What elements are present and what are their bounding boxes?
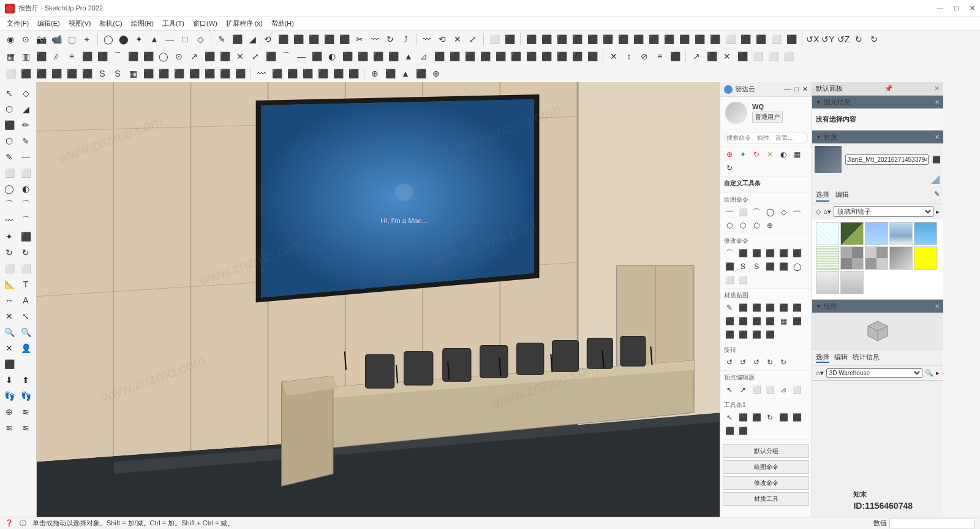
toolbar-button[interactable]: ↻ xyxy=(867,32,881,46)
toolbar-button[interactable]: ⬛ xyxy=(307,32,320,46)
menu-item[interactable]: 文件(F) xyxy=(4,18,32,29)
plugin-tool-icon[interactable]: ◇ xyxy=(778,207,789,218)
material-name-input[interactable] xyxy=(845,154,929,165)
toolbar-button[interactable]: ◉ xyxy=(4,32,17,46)
toolbar-button[interactable]: S xyxy=(96,67,109,80)
toolbar-button[interactable]: ⬛ xyxy=(555,50,568,63)
toolbar-button[interactable]: ⊙ xyxy=(19,32,32,46)
plugin-tool-icon[interactable]: ⬛ xyxy=(737,248,748,259)
plugin-tool-icon[interactable]: ↻ xyxy=(764,357,775,368)
toolbar-button[interactable]: ◯ xyxy=(157,50,170,63)
toolbar-button[interactable]: ✎ xyxy=(215,32,228,46)
toolbar-button[interactable]: ⬛ xyxy=(631,32,645,46)
plugin-tool-icon[interactable]: ↺ xyxy=(737,357,748,368)
material-swatch[interactable] xyxy=(889,222,913,245)
plugin-tool-icon[interactable]: ⬛ xyxy=(778,302,789,313)
tool-button[interactable]: 🔍 xyxy=(18,325,33,340)
tool-button[interactable]: ⬛ xyxy=(18,229,33,244)
plugin-tool-icon[interactable]: ⬛ xyxy=(791,316,802,327)
toolbar-button[interactable]: ⬤ xyxy=(117,32,130,46)
toolbar-button[interactable]: ⬛ xyxy=(677,32,691,46)
plugin-tool-icon[interactable]: ⬛ xyxy=(724,316,735,327)
toolbar-button[interactable]: ⬛ xyxy=(509,50,522,63)
plugin-tool-icon[interactable]: ⌒ xyxy=(751,207,762,218)
menu-item[interactable]: 相机(C) xyxy=(96,18,125,29)
toolbar-button[interactable]: ⌒ xyxy=(111,50,124,63)
tool-button[interactable]: A xyxy=(18,293,33,308)
plugin-tool-icon[interactable]: ◯ xyxy=(764,207,775,218)
plugin-tool-icon[interactable]: ⬛ xyxy=(791,248,802,259)
plugin-tool-icon[interactable]: ⬛ xyxy=(764,329,775,340)
toolbar-button[interactable]: ⬛ xyxy=(301,67,314,80)
material-swatch[interactable] xyxy=(914,222,937,245)
plugin-tool-icon[interactable]: ⬡ xyxy=(724,220,735,231)
toolbar-button[interactable]: ⬛ xyxy=(310,50,323,63)
comp-tab-edit[interactable]: 编辑 xyxy=(834,352,848,363)
toolbar-button[interactable]: ↗ xyxy=(187,50,201,63)
tool-button[interactable]: ◇ xyxy=(18,86,33,101)
tray-pin-button[interactable]: 📌 xyxy=(884,85,893,93)
toolbar-button[interactable]: ⬛ xyxy=(50,67,63,80)
toolbar-button[interactable]: ⌖ xyxy=(80,32,94,46)
plugin-tool-icon[interactable]: ⬜ xyxy=(751,384,762,395)
toolbar-button[interactable]: ⬛ xyxy=(34,50,48,63)
plugin-max-button[interactable]: □ xyxy=(794,85,799,93)
toolbar-button[interactable]: ⬛ xyxy=(96,50,109,63)
material-swatch[interactable] xyxy=(840,271,864,294)
toolbar-button[interactable]: 📹 xyxy=(50,32,63,46)
toolbar-button[interactable]: ⬛ xyxy=(540,32,553,46)
toolbar-button[interactable]: ⬛ xyxy=(739,32,752,46)
toolbar-button[interactable]: ⬛ xyxy=(34,67,48,80)
plugin-tool-icon[interactable]: ⬛ xyxy=(778,261,789,272)
toolbar-button[interactable]: ⬛ xyxy=(693,32,706,46)
plugin-tool-icon[interactable]: ⬡ xyxy=(751,220,762,231)
home-icon[interactable]: ⌂▾ xyxy=(816,369,824,377)
toolbar-button[interactable]: ⬛ xyxy=(754,32,767,46)
plugin-tool-icon[interactable]: ⬛ xyxy=(751,329,762,340)
toolbar-button[interactable]: ▲ xyxy=(399,67,412,80)
tool-button[interactable]: ✕ xyxy=(2,309,17,324)
toolbar-button[interactable]: ✕ xyxy=(233,50,247,63)
plugin-tool-icon[interactable]: ⬛ xyxy=(764,302,775,313)
tool-button[interactable]: 👣 xyxy=(2,389,17,403)
toolbar-button[interactable]: ⬜ xyxy=(4,67,17,80)
toolbar-button[interactable]: ⬛ xyxy=(230,32,244,46)
tool-icon[interactable]: ↻ xyxy=(751,149,762,160)
tool-button[interactable]: ↔ xyxy=(2,293,17,308)
toolbar-button[interactable]: ⬜ xyxy=(769,32,783,46)
toolbar-button[interactable]: ⫽ xyxy=(50,50,63,63)
tool-button[interactable]: ⌒ xyxy=(18,197,33,212)
toolbar-button[interactable]: ⬜ xyxy=(766,50,780,63)
tool-button[interactable]: 📐 xyxy=(2,277,17,292)
plugin-tool-icon[interactable]: ⬜ xyxy=(724,275,735,286)
plugin-tool-icon[interactable]: ⬛ xyxy=(737,425,748,436)
tool-button[interactable]: ✎ xyxy=(2,150,17,164)
tab-select[interactable]: 选择 xyxy=(816,189,829,202)
plugin-tool-icon[interactable]: ↻ xyxy=(778,357,789,368)
plugin-group-button[interactable]: 修改命令 xyxy=(723,476,809,490)
toolbar-button[interactable]: ⤢ xyxy=(466,32,480,46)
tool-button[interactable]: ⬜ xyxy=(18,261,33,276)
tool-button[interactable]: ↖ xyxy=(2,86,17,101)
toolbar-button[interactable]: ◇ xyxy=(194,32,207,46)
toolbar-button[interactable]: ⬛ xyxy=(586,50,599,63)
toolbar-button[interactable]: ⊿ xyxy=(417,50,431,63)
toolbar-button[interactable]: ⬜ xyxy=(723,32,737,46)
material-swatch[interactable] xyxy=(914,246,937,270)
tool-icon[interactable]: ⊕ xyxy=(724,149,735,160)
tool-button[interactable]: ⬛ xyxy=(2,357,17,371)
tool-button[interactable]: ⬜ xyxy=(2,166,17,180)
plugin-tool-icon[interactable]: ⬛ xyxy=(778,248,789,259)
plugin-tool-icon[interactable]: ⊿ xyxy=(778,384,789,395)
toolbar-button[interactable]: — xyxy=(163,32,176,46)
plugin-tool-icon[interactable]: ↖ xyxy=(724,412,735,423)
toolbar-button[interactable]: ⬛ xyxy=(705,50,718,63)
material-swatch[interactable] xyxy=(840,246,864,270)
material-category-select[interactable]: 玻璃和镜子 xyxy=(834,206,933,217)
plugin-tool-icon[interactable]: 〰 xyxy=(791,207,802,218)
toolbar-button[interactable]: ⬛ xyxy=(708,32,722,46)
toolbar-button[interactable]: ↻ xyxy=(383,32,397,46)
toolbar-button[interactable]: ⬛ xyxy=(218,67,232,80)
toolbar-button[interactable]: ⬛ xyxy=(141,50,155,63)
plugin-tool-icon[interactable]: ⬜ xyxy=(737,207,748,218)
